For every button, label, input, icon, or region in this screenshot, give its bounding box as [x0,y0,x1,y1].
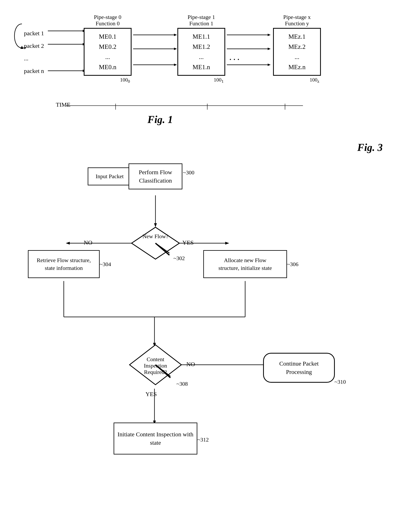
stagex-label: Pipe-stage x Function y [283,14,311,27]
label-306: ~306 [287,261,298,267]
stage0-box: ME0.1 ME0.2 ... ME0.n [84,28,132,76]
pipe-stage-0: Pipe-stage 0 Function 0 ME0.1 ME0.2 ... … [84,14,132,84]
stage0-entry2: ME0.2 [99,42,116,52]
stage0-entry4: ME0.n [99,62,116,72]
svg-marker-29 [66,242,70,245]
retrieve-flow-label: Retrieve Flow structure, state informati… [37,256,91,272]
stage0-entry3: ... [105,52,110,62]
content-insp-diamond-svg [127,343,183,387]
stagex-entry3: ... [295,52,299,62]
stage1-entry2: ME1.2 [193,42,210,52]
perform-flow-label: Perform Flow Classification [139,168,172,185]
stage0-box-label: 1000 [120,77,130,84]
input-packet-box: Input Packet [88,167,132,185]
packet3-label: ... [24,52,44,65]
label-310: ~310 [334,379,346,385]
fig1-container: packet 1 packet 2 ... packet n Pipe-stag… [8,8,395,132]
allocate-flow-label: Allocate new Flow structure, initialize … [218,256,272,272]
perform-flow-box: Perform Flow Classification [129,164,182,189]
stage1-box: ME1.1 ME1.2 ... ME1.n [177,28,225,76]
label-302: ~302 [173,255,185,261]
initiate-content-label: Initiate Content Inspection with state [117,430,194,447]
label-308: ~308 [176,381,188,387]
pipe-stage-x: Pipe-stage x Function y MEz.1 MEz.2 ... … [273,14,321,84]
svg-marker-31 [225,242,229,245]
allocate-flow-box: Allocate new Flow structure, initialize … [203,250,287,278]
arrows-s0-s1 [133,29,179,73]
no-label-1: NO [84,239,92,246]
svg-marker-19 [268,48,271,50]
stage0-entry1: ME0.1 [99,32,116,42]
stagex-entry1: MEz.1 [288,32,306,42]
flowchart-svg [8,139,395,522]
packet1-label: packet 1 [24,27,44,39]
stage1-entry4: ME1.n [193,62,210,72]
svg-marker-11 [174,34,177,36]
stagex-entry4: MEz.n [288,62,306,72]
yes-label-1: YES [182,239,194,246]
packet-arrows [48,25,88,81]
input-packet-label: Input Packet [96,172,124,180]
retrieve-flow-box: Retrieve Flow structure, state informati… [28,250,100,278]
initiate-content-box: Initiate Content Inspection with state [113,423,197,455]
stage1-entry1: ME1.1 [193,32,210,42]
stage1-entry3: ... [199,52,204,62]
stage1-box-label: 1001 [214,77,224,84]
stagex-box: MEz.1 MEz.2 ... MEz.n [273,28,321,76]
pipe-stage-1: Pipe-stage 1 Function 1 ME1.1 ME1.2 ... … [177,14,225,84]
arrows-s1-sx [227,29,273,73]
label-312: ~312 [197,437,209,443]
stage1-label: Pipe-stage 1 Function 1 [188,14,215,27]
yes-label-2: YES [145,391,157,398]
svg-marker-13 [174,48,177,50]
time-arrow [66,104,305,112]
fig3-container: Fig. 3 Input Packet [8,139,395,522]
packet-labels: packet 1 packet 2 ... packet n [24,27,44,77]
svg-marker-15 [174,63,177,66]
packetn-label: packet n [24,65,44,77]
fig1-title: Fig. 1 [147,114,173,125]
label-300: ~300 [183,169,194,176]
no-label-2: NO [186,361,195,367]
continue-packet-label: Continue Packet Processing [267,359,331,376]
svg-marker-17 [268,34,271,36]
stage0-label: Pipe-stage 0 Function 0 [94,14,121,27]
label-304: ~304 [100,261,111,267]
stagex-box-label: 100z [309,77,319,84]
svg-marker-21 [268,63,271,66]
stagex-entry2: MEz.2 [288,42,306,52]
continue-packet-box: Continue Packet Processing [263,353,335,383]
packet2-label: packet 2 [24,39,44,52]
